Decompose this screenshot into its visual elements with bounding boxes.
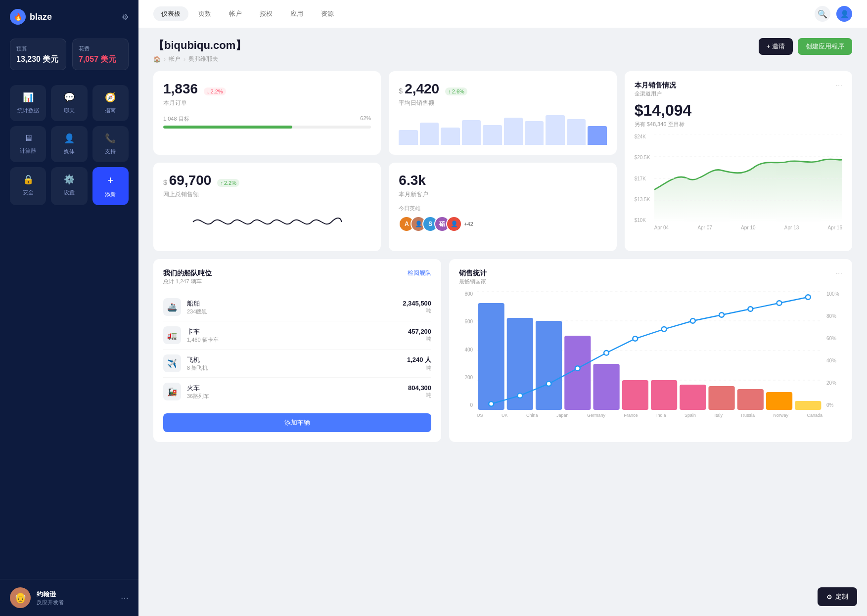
- train-icon: 🚂: [163, 383, 181, 400]
- svg-rect-10: [536, 321, 562, 410]
- avg-sales-card: $ 2,420 ↑ 2.6% 平均日销售额: [389, 71, 616, 155]
- fleet-ship-sub: 234艘舰: [187, 308, 207, 315]
- sidebar-top-settings-icon[interactable]: ⚙: [122, 12, 129, 22]
- tab-pages[interactable]: 页数: [190, 6, 219, 21]
- sidebar-item-label: 支持: [105, 148, 116, 155]
- stats-grid: 1,836 ↓ 2.2% 本月订单 1,048 目标 62% $: [153, 71, 852, 251]
- svg-point-26: [662, 327, 667, 332]
- tab-accounts[interactable]: 帐户: [221, 6, 250, 21]
- user-more-icon[interactable]: ⋯: [121, 593, 129, 603]
- avg-sales-label: 平均日销售额: [399, 99, 606, 107]
- country-labels: US UK China Japan Germany France India S…: [477, 413, 822, 418]
- y-axis-labels: $24K $20.5K $17K $13.5K $10K: [635, 134, 650, 223]
- sidebar-item-label: 统计数据: [17, 107, 39, 114]
- expense-label: 花费: [79, 45, 122, 52]
- ship-icon: 🚢: [163, 298, 181, 316]
- sidebar-item-stats[interactable]: 📊 统计数据: [10, 85, 46, 121]
- sidebar-item-chat[interactable]: 💬 聊天: [51, 85, 87, 121]
- sales-stats-card: 销售统计 最畅销国家 ··· 800 600 400 200 0: [449, 259, 852, 442]
- svg-point-23: [575, 366, 580, 371]
- stats-icon: 📊: [23, 92, 34, 103]
- breadcrumb-home-icon: 🏠: [153, 56, 161, 63]
- security-icon: 🔒: [23, 174, 34, 185]
- sidebar-item-support[interactable]: 📞 支持: [92, 126, 129, 162]
- fleet-train-sub: 36路列车: [187, 393, 209, 400]
- fleet-title: 我们的船队吨位: [163, 269, 212, 278]
- search-icon[interactable]: 🔍: [815, 6, 830, 22]
- nav-user-icon[interactable]: 👤: [836, 6, 852, 22]
- chat-icon: 💬: [64, 92, 75, 103]
- fleet-truck-sub: 1,460 辆卡车: [187, 336, 219, 344]
- sidebar-item-label: 设置: [64, 189, 75, 196]
- hero-more: +42: [464, 221, 473, 227]
- y-axis-right: 100% 80% 60% 40% 20% 0%: [826, 291, 842, 418]
- avg-currency: $: [399, 87, 403, 95]
- fleet-link[interactable]: 检阅舰队: [408, 269, 431, 277]
- svg-point-31: [806, 295, 811, 300]
- sidebar-grid: 📊 统计数据 💬 聊天 🧭 指南 🖥 计算器 👤 媒体 📞 支持 🔒 安全 ⚙: [0, 80, 138, 210]
- sidebar-item-calculator[interactable]: 🖥 计算器: [10, 126, 46, 162]
- hero-avatars: A 👤 S 碚 👤 +42: [399, 216, 606, 232]
- budget-value: 13,230 美元: [16, 54, 60, 64]
- sidebar-item-label: 指南: [105, 107, 116, 114]
- plane-icon: ✈️: [163, 354, 181, 372]
- monthly-sales-more-icon[interactable]: ···: [836, 81, 842, 90]
- sidebar-item-guide[interactable]: 🧭 指南: [92, 85, 129, 121]
- sales-stats-more-icon[interactable]: ···: [836, 269, 842, 278]
- tab-apps[interactable]: 应用: [282, 6, 311, 21]
- avatar: 👴: [10, 587, 31, 608]
- add-vehicle-button[interactable]: 添加车辆: [163, 413, 431, 432]
- guide-icon: 🧭: [105, 92, 116, 103]
- orders-label: 本月订单: [163, 99, 371, 107]
- hero-section: 今日英雄 A 👤 S 碚 👤 +42: [399, 205, 606, 232]
- page-content: 【biqubiqu.com】 🏠 › 帐户 › 奥弗维耶夫 + 邀请 创建应用程…: [138, 28, 867, 616]
- logo-icon: 🔥: [10, 9, 26, 25]
- monthly-sales-target: 另有 $48,346 至目标: [635, 121, 842, 128]
- sidebar-item-add[interactable]: + 添新: [92, 167, 129, 205]
- invite-button[interactable]: + 邀请: [759, 38, 793, 55]
- progress-pct: 62%: [360, 115, 371, 123]
- fleet-ship-name: 船舶: [187, 299, 207, 308]
- monthly-sales-subtitle: 全渠道用户: [635, 90, 676, 97]
- chart-area: US UK China Japan Germany France India S…: [477, 291, 822, 418]
- svg-point-20: [489, 401, 494, 406]
- breadcrumb: 🏠 › 帐户 › 奥弗维耶夫: [153, 55, 246, 63]
- customize-button[interactable]: ⚙ 定制: [818, 587, 857, 606]
- fleet-ship-value: 2,345,500 吨: [403, 300, 431, 314]
- online-sales-value: 69,700: [169, 173, 212, 188]
- tab-dashboard[interactable]: 仪表板: [153, 6, 188, 21]
- sidebar-item-security[interactable]: 🔒 安全: [10, 167, 46, 205]
- fleet-truck-name: 卡车: [187, 327, 219, 336]
- tab-auth[interactable]: 授权: [252, 6, 280, 21]
- sidebar-item-media[interactable]: 👤 媒体: [51, 126, 87, 162]
- sidebar-item-label: 计算器: [20, 147, 36, 155]
- sales-stats-title: 销售统计: [459, 269, 487, 278]
- wave-chart: [163, 205, 371, 239]
- logo-text: blaze: [30, 12, 52, 22]
- sidebar-header: 🔥 blaze ⚙: [0, 0, 138, 34]
- svg-rect-19: [795, 401, 821, 410]
- fleet-item-plane: ✈️ 飞机 8 架飞机 1,240 人 吨: [163, 350, 431, 378]
- tab-resources[interactable]: 资源: [313, 6, 342, 21]
- avg-sales-badge: ↑ 2.6%: [445, 88, 467, 95]
- breadcrumb-accounts[interactable]: 帐户: [169, 55, 181, 63]
- bottom-grid: 我们的船队吨位 总计 1,247 辆车 检阅舰队 🚢 船舶 234艘舰 2,34…: [153, 259, 852, 442]
- orders-badge: ↓ 2.2%: [204, 88, 226, 95]
- create-app-button[interactable]: 创建应用程序: [798, 38, 852, 55]
- mini-bars: [399, 115, 606, 145]
- fleet-subtitle: 总计 1,247 辆车: [163, 278, 212, 285]
- online-sales-badge: ↑ 2.2%: [217, 179, 239, 187]
- sidebar: 🔥 blaze ⚙ 预算 13,230 美元 花费 7,057 美元 📊 统计数…: [0, 0, 138, 616]
- user-name: 约翰逊: [37, 590, 115, 599]
- svg-rect-14: [651, 380, 677, 410]
- expense-card: 花费 7,057 美元: [72, 39, 129, 70]
- svg-rect-15: [680, 385, 706, 410]
- svg-rect-17: [737, 389, 764, 410]
- sidebar-item-settings[interactable]: ⚙️ 设置: [51, 167, 87, 205]
- online-sales-label: 网上总销售额: [163, 190, 371, 199]
- budget-cards: 预算 13,230 美元 花费 7,057 美元: [0, 34, 138, 80]
- online-currency: $: [163, 178, 167, 186]
- sidebar-item-label: 添新: [105, 191, 116, 198]
- fleet-item-truck: 🚛 卡车 1,460 辆卡车 457,200 吨: [163, 321, 431, 350]
- sliders-icon: ⚙: [826, 593, 832, 601]
